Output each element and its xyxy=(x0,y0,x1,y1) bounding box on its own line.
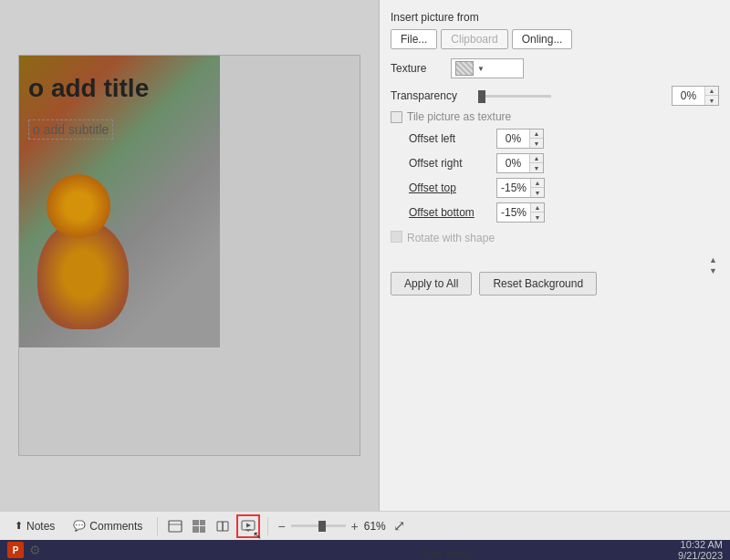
zoom-slider[interactable] xyxy=(291,524,346,527)
reading-view-icon xyxy=(168,520,182,533)
panel-divider xyxy=(379,0,380,511)
slideshow-label: Slide Show xyxy=(420,548,470,559)
notes-icon: ⬆ xyxy=(15,520,23,532)
offset-right-row: Offset right 0% ▲ ▼ xyxy=(409,153,719,173)
svg-marker-5 xyxy=(246,523,251,527)
scroll-up-arrow[interactable]: ▲ xyxy=(709,255,717,264)
offset-bottom-spin-down[interactable]: ▼ xyxy=(531,213,544,222)
panel-scroll: ▲ ▼ xyxy=(709,255,717,275)
notes-button[interactable]: ⬆ Notes xyxy=(7,516,62,536)
taskbar-top: ⬆ Notes 💬 Comments xyxy=(0,512,730,540)
offset-right-spin[interactable]: 0% ▲ ▼ xyxy=(496,153,544,173)
slide-canvas-area: o add title o add subtitle xyxy=(0,0,379,511)
offset-bottom-spin-buttons: ▲ ▼ xyxy=(530,203,544,222)
tile-checkbox[interactable] xyxy=(391,111,402,123)
slideshow-container: ↖ xyxy=(236,514,260,538)
taskbar: ⬆ Notes 💬 Comments xyxy=(0,511,730,560)
settings-button[interactable]: ⚙ xyxy=(26,541,44,559)
status-bar-left: P ⚙ xyxy=(7,541,44,559)
slide-show-button[interactable]: ↖ xyxy=(236,514,260,538)
zoom-slider-thumb[interactable] xyxy=(318,521,326,532)
date-display: 9/21/2023 xyxy=(678,550,723,560)
zoom-out-button[interactable]: − xyxy=(276,519,287,534)
transparency-row: Transparency 0% ▲ ▼ xyxy=(391,86,719,106)
zoom-value: 61% xyxy=(364,520,386,533)
grid-view-icon xyxy=(193,520,205,533)
grid-view-button[interactable] xyxy=(189,516,209,536)
file-button[interactable]: File... xyxy=(391,29,437,49)
slide-show-icon xyxy=(241,520,256,533)
offset-right-spin-up[interactable]: ▲ xyxy=(530,154,543,163)
texture-label: Texture xyxy=(391,62,445,75)
notes-label: Notes xyxy=(26,520,55,533)
transparency-spin-down[interactable]: ▼ xyxy=(705,96,718,105)
powerpoint-icon: P xyxy=(7,542,24,558)
transparency-slider-track[interactable] xyxy=(478,95,551,98)
offset-top-value: -15% xyxy=(497,181,530,195)
tile-label: Tile picture as texture xyxy=(407,110,511,123)
transparency-slider-thumb[interactable] xyxy=(478,90,485,103)
time-display: 10:32 AM xyxy=(678,539,723,550)
offset-left-spin-buttons: ▲ ▼ xyxy=(529,130,543,148)
slide-canvas: o add title o add subtitle xyxy=(18,55,360,456)
offset-top-spin-buttons: ▲ ▼ xyxy=(530,179,544,197)
offset-bottom-label: Offset bottom xyxy=(409,206,491,219)
transparency-spin-up[interactable]: ▲ xyxy=(705,87,718,96)
insert-picture-label: Insert picture from xyxy=(391,11,719,24)
format-panel: Insert picture from File... Clipboard On… xyxy=(379,0,730,511)
transparency-spin-buttons: ▲ ▼ xyxy=(704,87,718,105)
scroll-down-arrow[interactable]: ▼ xyxy=(709,266,717,275)
bottom-action-buttons: Apply to All Reset Background xyxy=(391,263,719,296)
offset-top-spin-down[interactable]: ▼ xyxy=(531,188,544,197)
offset-left-spin-up[interactable]: ▲ xyxy=(530,130,543,139)
fit-to-window-button[interactable]: ⤢ xyxy=(393,517,405,534)
transparency-spin[interactable]: 0% ▲ ▼ xyxy=(672,86,719,106)
offset-right-label: Offset right xyxy=(409,157,491,170)
transparency-label: Transparency xyxy=(391,89,473,102)
offset-right-value: 0% xyxy=(497,156,529,171)
offset-top-label: Offset top xyxy=(409,181,491,194)
book-view-button[interactable] xyxy=(213,516,233,536)
taskbar-separator-1 xyxy=(157,517,158,535)
offset-bottom-value: -15% xyxy=(497,205,530,220)
offset-left-spin-down[interactable]: ▼ xyxy=(530,139,543,148)
offset-left-row: Offset left 0% ▲ ▼ xyxy=(409,129,719,149)
offset-bottom-row: Offset bottom -15% ▲ ▼ xyxy=(409,202,719,223)
offset-top-spin[interactable]: -15% ▲ ▼ xyxy=(496,178,545,198)
taskbar-separator-2 xyxy=(267,517,268,535)
slide-title: o add title xyxy=(28,74,149,103)
transparency-value: 0% xyxy=(673,88,704,103)
taskbar-bottom: P ⚙ 10:32 AM 9/21/2023 xyxy=(0,540,730,560)
zoom-in-button[interactable]: + xyxy=(349,519,360,534)
offset-left-value: 0% xyxy=(497,131,529,146)
time-area: 10:32 AM 9/21/2023 xyxy=(678,539,723,560)
offset-top-spin-up[interactable]: ▲ xyxy=(531,179,544,188)
offset-left-spin[interactable]: 0% ▲ ▼ xyxy=(496,129,544,149)
reading-view-button[interactable] xyxy=(165,516,185,536)
clipboard-button[interactable]: Clipboard xyxy=(441,29,507,49)
reset-background-button[interactable]: Reset Background xyxy=(479,272,597,296)
comments-button[interactable]: 💬 Comments xyxy=(66,516,150,536)
texture-row: Texture ▼ xyxy=(391,58,719,78)
offset-bottom-spin-up[interactable]: ▲ xyxy=(531,203,544,213)
rotate-checkbox-row: Rotate with shape xyxy=(391,228,719,244)
slide-subtitle: o add subtitle xyxy=(28,119,113,140)
transparency-slider-container xyxy=(478,95,666,98)
offset-section: Offset left 0% ▲ ▼ Offset right 0% ▲ ▼ xyxy=(391,129,719,223)
rotate-checkbox[interactable] xyxy=(391,231,402,243)
offset-right-spin-buttons: ▲ ▼ xyxy=(529,154,543,172)
offset-right-spin-down[interactable]: ▼ xyxy=(530,163,543,172)
svg-rect-0 xyxy=(169,521,182,532)
texture-selector[interactable]: ▼ xyxy=(451,58,524,78)
online-button[interactable]: Onling... xyxy=(512,29,573,49)
tile-checkbox-row: Tile picture as texture xyxy=(391,110,719,123)
dog-head xyxy=(47,174,110,238)
apply-to-all-button[interactable]: Apply to All xyxy=(391,272,472,296)
zoom-area: − + 61% ⤢ xyxy=(276,517,404,534)
texture-dropdown-arrow: ▼ xyxy=(477,65,485,73)
offset-bottom-spin[interactable]: -15% ▲ ▼ xyxy=(496,202,545,223)
rotate-label: Rotate with shape xyxy=(407,232,495,244)
texture-preview xyxy=(455,61,474,76)
book-view-icon xyxy=(215,520,230,533)
offset-top-row: Offset top -15% ▲ ▼ xyxy=(409,178,719,198)
